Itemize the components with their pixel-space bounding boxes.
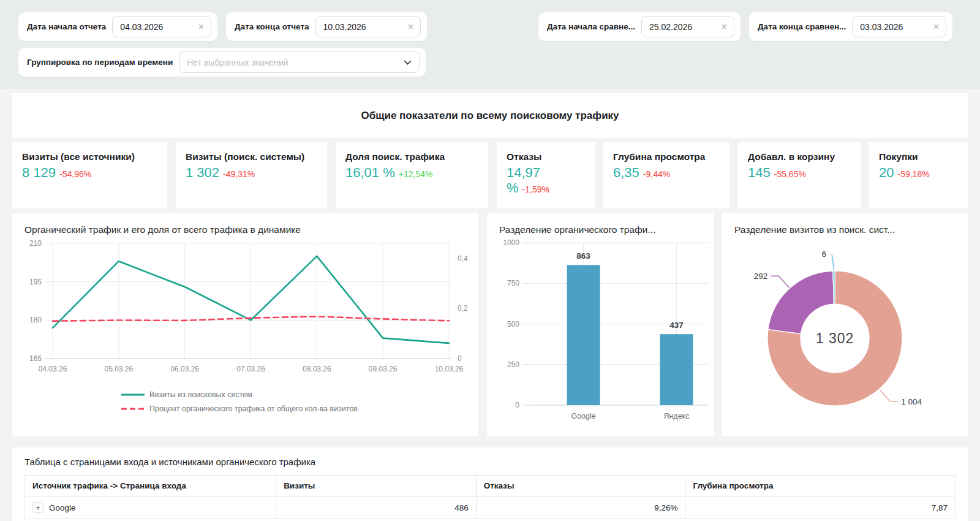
bar-category-label: Яндекс xyxy=(663,412,689,420)
line-chart-title: Органический трафик и его доля от всего … xyxy=(12,213,478,235)
legend-item-visits: Визиты из поисковых систем xyxy=(121,387,478,401)
kpi-delta: -54,96% xyxy=(59,169,91,179)
bar-value-label: 437 xyxy=(669,321,684,330)
left-axis-tick: 165 xyxy=(29,354,42,363)
x-tick-label: 10.03.26 xyxy=(435,365,464,373)
kpi-card-visits-all: Визиты (все источники) 8 129-54,96% xyxy=(12,142,167,208)
kpi-row: Визиты (все источники) 8 129-54,96% Визи… xyxy=(12,142,968,208)
kpi-title: Глубина просмотра xyxy=(613,151,720,162)
filter-compare-start-label: Дата начала сравне... xyxy=(547,22,635,31)
x-tick-label: 04.03.26 xyxy=(39,365,67,373)
search-visits-donut-chart: 1 00429261 302 xyxy=(722,235,968,427)
column-header-source: Источник трафика -> Страница входа xyxy=(25,476,276,496)
filter-report-end-label: Дата конца отчета xyxy=(235,22,309,31)
entry-pages-table: Источник трафика -> Страница входа Визит… xyxy=(24,475,956,519)
kpi-card-depth: Глубина просмотра 6,35-9,44% xyxy=(603,142,729,208)
table-title: Таблица с страницами входа и источниками… xyxy=(24,457,956,467)
kpi-value: 8 129 xyxy=(22,165,56,180)
x-tick-label: 08.03.26 xyxy=(303,365,331,373)
legend-solid-line-swatch xyxy=(121,394,145,396)
filter-bar-spacer xyxy=(435,12,530,41)
x-tick-label: 07.03.26 xyxy=(236,365,265,373)
organic-traffic-line-chart: 04.03.2605.03.2606.03.2607.03.2608.03.26… xyxy=(12,235,478,381)
organic-split-bar-panel: Разделение органического трафи... 025050… xyxy=(487,213,714,436)
donut-leader xyxy=(832,254,834,270)
filter-compare-end-label: Дата конца сравнен... xyxy=(758,22,846,31)
bar-category-label: Google xyxy=(571,412,595,420)
table-header-row: Источник трафика -> Страница входа Визит… xyxy=(25,476,956,496)
kpi-card-search-share: Доля поиск. трафика 16,01 %+12,54% xyxy=(336,142,488,208)
grouping-select[interactable]: Нет выбранных значений xyxy=(179,51,420,73)
donut-leader xyxy=(880,390,898,402)
compare-end-date-value: 03.03.2026 xyxy=(860,22,903,32)
kpi-value: 1 302 xyxy=(186,165,219,180)
clear-icon[interactable]: × xyxy=(720,22,728,32)
kpi-card-purchases: Покупки 20-59,18% xyxy=(869,142,968,208)
clear-icon[interactable]: × xyxy=(932,22,940,32)
kpi-title: Доля поиск. трафика xyxy=(345,151,478,162)
bounce-cell: 9,26% xyxy=(476,496,685,519)
organic-traffic-line-panel: Органический трафик и его доля от всего … xyxy=(12,213,478,436)
donut-slice-label: 1 004 xyxy=(901,397,922,406)
donut-chart-title: Разделение визитов из поиск. сист... xyxy=(722,213,968,235)
source-label: Google xyxy=(49,503,76,512)
expand-row-button[interactable]: + xyxy=(32,502,43,513)
kpi-delta: -59,18% xyxy=(897,169,929,179)
x-tick-label: 05.03.26 xyxy=(104,365,133,373)
kpi-title: Визиты (все источники) xyxy=(22,151,157,162)
kpi-delta: -49,31% xyxy=(223,169,255,179)
clear-icon[interactable]: × xyxy=(197,22,205,32)
donut-leader xyxy=(771,276,789,287)
line-chart-legend: Визиты из поисковых систем Процент орган… xyxy=(121,387,478,416)
filter-report-start-label: Дата начала отчета xyxy=(27,22,106,31)
kpi-delta: -9,44% xyxy=(643,169,670,179)
report-start-date-value: 04.03.2026 xyxy=(120,22,163,32)
y-tick-label: 250 xyxy=(507,360,519,369)
y-tick-label: 1000 xyxy=(503,238,519,247)
kpi-value: 145 xyxy=(748,165,771,180)
donut-slice-label: 6 xyxy=(822,249,827,259)
kpi-delta: +12,54% xyxy=(399,169,433,179)
kpi-title: Визиты (поиск. системы) xyxy=(186,151,317,162)
kpi-title: Добавл. в корзину xyxy=(748,151,851,162)
legend-label: Процент органического трафика от общего … xyxy=(149,405,358,413)
left-axis-tick: 195 xyxy=(29,278,42,286)
kpi-delta: -55,65% xyxy=(774,169,806,179)
kpi-delta: -1,59% xyxy=(522,184,549,194)
filter-grouping: Группировка по периодам времени Нет выбр… xyxy=(18,48,426,77)
kpi-value: 20 xyxy=(879,165,894,180)
donut-center-value: 1 302 xyxy=(816,330,854,346)
right-axis-tick: 0,4 xyxy=(458,254,468,263)
chevron-down-icon[interactable] xyxy=(404,60,412,65)
report-start-date-input[interactable]: 04.03.2026 × xyxy=(112,16,211,37)
donut-slice-label: 292 xyxy=(754,272,768,281)
bar-chart-title: Разделение органического трафи... xyxy=(487,213,714,235)
clear-icon[interactable]: × xyxy=(407,22,415,32)
report-end-date-input[interactable]: 10.03.2026 × xyxy=(315,16,421,37)
compare-start-date-input[interactable]: 25.02.2026 × xyxy=(641,16,734,37)
section-title: Общие показатели по всему поисковому тра… xyxy=(361,110,619,122)
kpi-card-bounce: Отказы 14,97 %-1,59% xyxy=(497,142,595,208)
filter-bar: Дата начала отчета 04.03.2026 × Дата кон… xyxy=(0,0,980,89)
filter-compare-end: Дата конца сравнен... 03.03.2026 × xyxy=(749,12,952,41)
filter-report-end: Дата конца отчета 10.03.2026 × xyxy=(226,12,427,41)
left-axis-tick: 180 xyxy=(29,316,42,324)
compare-end-date-input[interactable]: 03.03.2026 × xyxy=(852,16,946,37)
organic-split-bar-chart: 02505007501000863Google437Яндекс xyxy=(487,235,714,425)
column-header-depth: Глубина просмотра xyxy=(685,476,956,496)
column-header-visits: Визиты xyxy=(276,476,477,496)
bar-google xyxy=(567,265,600,405)
charts-row: Органический трафик и его доля от всего … xyxy=(12,213,968,436)
legend-dashed-line-swatch xyxy=(121,408,145,410)
y-tick-label: 0 xyxy=(515,401,519,409)
column-header-bounce: Отказы xyxy=(476,476,685,496)
kpi-title: Покупки xyxy=(879,151,958,162)
depth-cell: 7,87 xyxy=(685,496,956,519)
filter-report-start: Дата начала отчета 04.03.2026 × xyxy=(18,12,217,41)
filter-compare-start: Дата начала сравне... 25.02.2026 × xyxy=(538,12,741,41)
filter-grouping-label: Группировка по периодам времени xyxy=(27,58,173,67)
donut-slice-1 xyxy=(768,271,834,334)
report-end-date-value: 10.03.2026 xyxy=(323,22,366,32)
compare-start-date-value: 25.02.2026 xyxy=(649,22,692,32)
kpi-value: 16,01 % xyxy=(345,165,395,180)
